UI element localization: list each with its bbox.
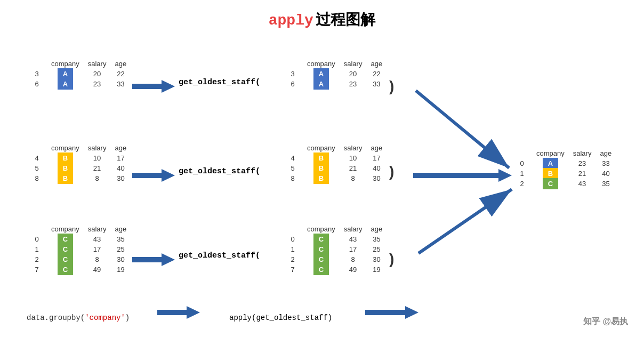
svg-marker-3 (132, 169, 175, 182)
table-row: 6 A 23 33 (27, 79, 131, 89)
table-a-right: company salary age 3 A 20 22 6 A 23 33 (283, 59, 387, 89)
arrow-c-left (132, 252, 175, 269)
func-label-a: get_oldest_staff( (179, 77, 260, 87)
table-a-input: company salary age 3 A 20 22 6 A 23 33 (27, 59, 131, 89)
table-row: 1 C 17 25 (283, 244, 387, 254)
svg-line-2 (416, 91, 509, 168)
watermark: 知乎 @易执 (583, 316, 628, 327)
table-row: 5 B 21 40 (27, 163, 131, 173)
group-b-input: company salary age 4 B 10 17 5 B 21 40 (27, 143, 131, 183)
col-company-a: company (47, 59, 84, 69)
table-b-right: company salary age 4 B 10 17 5 B 21 40 (283, 143, 387, 183)
table-row: 3 A 20 22 (27, 69, 131, 79)
table-b-input: company salary age 4 B 10 17 5 B 21 40 (27, 143, 131, 183)
func-label-c: get_oldest_staff( (179, 250, 260, 260)
table-row: 1 C 17 25 (27, 244, 131, 254)
bottom-arrow-2 (365, 305, 418, 322)
svg-marker-5 (132, 253, 175, 266)
group-c-output: company salary age 0 C 43 35 1 C 17 25 (283, 224, 387, 275)
svg-marker-9 (365, 306, 418, 319)
arrow-b-left (132, 168, 175, 185)
table-row: 5 B 21 40 (283, 163, 387, 173)
svg-marker-4 (413, 169, 512, 182)
col-salary-a: salary (84, 59, 111, 69)
table-row: 7 C 49 19 (283, 264, 387, 275)
table-row: 8 B 8 30 (27, 173, 131, 183)
func-label-b: get_oldest_staff( (179, 166, 260, 176)
apply-code: apply(get_oldest_staff) (229, 314, 332, 322)
table-row: 2 C 43 35 (512, 179, 616, 189)
table-c-input: company salary age 0 C 43 35 1 C 17 25 (27, 224, 131, 275)
table-row: 2 C 8 30 (283, 254, 387, 264)
title-apply: apply (269, 12, 313, 29)
group-b-output: company salary age 4 B 10 17 5 B 21 40 (283, 143, 387, 183)
table-row: 4 B 10 17 (27, 153, 131, 163)
arrow-a-left (132, 79, 175, 96)
arrow-a-diagonal (410, 85, 517, 178)
svg-marker-0 (132, 80, 175, 93)
bottom-arrow-1 (157, 305, 200, 322)
svg-line-7 (418, 189, 512, 253)
table-result: company salary age 0 A 23 33 1 B 21 40 (512, 148, 616, 189)
page-title: apply 过程图解 (0, 10, 644, 30)
table-row: 3 A 20 22 (283, 69, 387, 79)
table-row: 0 A 23 33 (512, 158, 616, 168)
table-row: 0 C 43 35 (27, 234, 131, 244)
page: apply 过程图解 company salary age 3 A 20 22 (0, 0, 644, 337)
table-row: 4 B 10 17 (283, 153, 387, 163)
svg-marker-8 (157, 306, 200, 319)
arrow-c-diagonal (413, 181, 520, 261)
table-row: 8 B 8 30 (283, 173, 387, 183)
table-row: 0 C 43 35 (283, 234, 387, 244)
group-c-input: company salary age 0 C 43 35 1 C 17 25 (27, 224, 131, 275)
group-a-input: company salary age 3 A 20 22 6 A 23 33 (27, 59, 131, 89)
table-row: 6 A 23 33 (283, 79, 387, 89)
group-a-output: company salary age 3 A 20 22 6 A 23 33 (283, 59, 387, 89)
table-row: 1 B 21 40 (512, 168, 616, 179)
title-rest: 过程图解 (316, 11, 375, 28)
table-row: 7 C 49 19 (27, 264, 131, 275)
table-c-right: company salary age 0 C 43 35 1 C 17 25 (283, 224, 387, 275)
table-row: 2 C 8 30 (27, 254, 131, 264)
col-age-a: age (110, 59, 131, 69)
result-table: company salary age 0 A 23 33 1 B 21 40 (512, 148, 616, 189)
bottom-groupby: data.groupby('company') (27, 312, 130, 322)
bottom-apply: apply(get_oldest_staff) (229, 312, 332, 322)
groupby-code: data.groupby('company') (27, 314, 130, 322)
